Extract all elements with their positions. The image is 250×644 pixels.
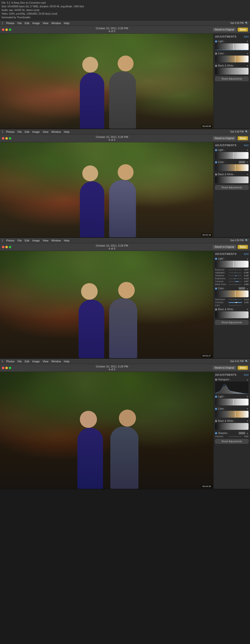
light-expand-2[interactable]: ▼ [246,149,248,151]
bw-section-4: Black & White - ▼ [215,420,248,430]
shadows-slider-3[interactable]: Shadows 0.45 [215,274,248,277]
color-dot-3 [215,288,217,290]
apple-logo-icon-3[interactable]:  [2,238,3,242]
menu-image-3[interactable]: Image [32,239,40,242]
menu-photos-4[interactable]: Photos [6,360,15,363]
cast-slider-3[interactable]: Cast [215,304,248,306]
done-button-3[interactable]: Done [237,245,248,249]
revert-button-2[interactable]: Revert to Original [213,136,236,140]
revert-button-4[interactable]: Revert to Original [213,366,236,370]
bw-expand-1[interactable]: ▼ [246,64,248,67]
menu-view-2[interactable]: View [43,130,49,133]
close-btn-1[interactable] [2,28,5,31]
menu-view-1[interactable]: View [43,22,49,24]
light-expand-1[interactable]: ▼ [246,40,248,43]
bw-expand-3[interactable]: ▼ [246,308,248,311]
bw-expand-4[interactable]: ▼ [246,420,248,422]
highlights-label-3: Highlights [215,272,228,274]
sharpen-dot-4 [215,432,217,434]
done-button-2[interactable]: Done [237,136,248,140]
close-btn-2[interactable] [2,137,5,140]
menu-file-1[interactable]: File [17,22,22,24]
menu-view-3[interactable]: View [43,239,49,242]
done-button-1[interactable]: Done [237,28,248,32]
revert-button-1[interactable]: Revert to Original [213,28,236,32]
bw-expand-2[interactable]: ▼ [246,173,248,176]
menu-file-3[interactable]: File [17,239,22,242]
close-btn-3[interactable] [2,246,5,248]
menu-photos-1[interactable]: Photos [6,22,15,24]
menu-window-3[interactable]: Window [51,239,61,242]
menu-edit-3[interactable]: Edit [25,239,29,242]
menu-help-4[interactable]: Help [64,360,69,363]
brightness-slider-3[interactable]: Brightness -0.13 [215,277,248,280]
reset-btn-2[interactable]: Reset Adjustments [215,185,248,190]
color-expand-1[interactable]: ▼ [246,52,248,55]
menu-photos-2[interactable]: Photos [6,130,15,133]
minimize-btn-3[interactable] [5,246,8,248]
add-button-2[interactable]: Add [244,144,248,147]
exposure-slider-3[interactable]: Exposure 0.07 [215,268,248,271]
color-expand-4[interactable]: ▼ [246,408,248,410]
fullscreen-btn-2[interactable] [9,137,11,140]
menu-edit-2[interactable]: Edit [25,130,29,133]
intensity-slider-4[interactable]: Intensity 0.01 [215,435,248,438]
done-button-4[interactable]: Done [237,366,248,370]
reset-btn-1[interactable]: Reset Adjustments [215,76,248,81]
add-button-1[interactable]: Add [244,35,248,38]
fullscreen-btn-1[interactable] [9,28,11,31]
menu-window-1[interactable]: Window [51,22,61,24]
apple-logo-icon[interactable]:  [2,21,3,25]
fullscreen-btn-4[interactable] [9,367,11,369]
add-button-4[interactable]: Add [244,373,248,376]
menu-help-3[interactable]: Help [64,239,69,242]
menu-window-2[interactable]: Window [51,130,61,133]
sharpen-expand-4[interactable]: ▲ [246,432,248,434]
light-expand-3[interactable]: ▲ [246,258,248,260]
search-icon-4[interactable]: 🔍 [245,360,248,362]
search-icon-3[interactable]: 🔍 [245,239,248,242]
menu-file-4[interactable]: File [17,360,22,363]
fullscreen-btn-3[interactable] [9,246,11,248]
histogram-expand-4[interactable]: ▲ [246,378,248,381]
apple-logo-icon-2[interactable]:  [2,130,3,134]
search-icon-2[interactable]: 🔍 [245,130,248,133]
color-expand-3[interactable]: ▲ [246,287,248,290]
color-contrast-slider-3[interactable]: Contrast 0.43 [215,301,248,304]
light-section-1: Light - ▼ [215,40,248,51]
menu-help-1[interactable]: Help [64,22,69,24]
color-expand-2[interactable]: ▼ [246,161,248,164]
blackpoint-slider-3[interactable]: Black Point 0.04 [215,283,248,286]
menu-edit-1[interactable]: Edit [25,22,29,24]
content-1: 00:00:09 ADJUSTMENTS Add Light - ▼ [0,34,250,129]
menu-window-4[interactable]: Window [51,360,61,363]
close-btn-4[interactable] [2,367,5,369]
light-thumb-4 [215,399,248,406]
highlights-val-3: -0.06 [243,272,248,274]
minimize-btn-2[interactable] [5,137,8,140]
menu-edit-4[interactable]: Edit [25,360,29,363]
menu-photos-3[interactable]: Photos [6,239,15,242]
reset-btn-3[interactable]: Reset Adjustments [215,320,248,325]
menu-file-2[interactable]: File [17,130,22,133]
menu-view-4[interactable]: View [43,360,49,363]
menu-image-2[interactable]: Image [32,130,40,133]
menu-help-2[interactable]: Help [64,130,69,133]
apple-logo-icon-4[interactable]:  [2,360,3,363]
light-expand-4[interactable]: ▼ [246,396,248,398]
revert-button-3[interactable]: Revert to Original [213,245,236,249]
menu-image-4[interactable]: Image [32,360,40,363]
saturation-slider-3[interactable]: Saturation 0.13 [215,298,248,301]
reset-btn-4[interactable]: Reset Adjustments [215,439,248,444]
toolbar-4: October 10, 2011, 5:28 PM 4 of 5 Revert … [0,364,250,372]
search-icon-1[interactable]: 🔍 [245,22,248,24]
bw-title-3: Black & White - [218,308,245,311]
contrast-slider-3[interactable]: Contrast 0.97 [215,280,248,283]
minimize-btn-4[interactable] [5,367,8,369]
color-section-3: Color - AUTO ▲ Saturation 0.13 Contrast [215,287,248,306]
photo-date-2: October 10, 2011, 5:28 PM [96,136,128,138]
highlights-slider-3[interactable]: Highlights -0.06 [215,272,248,274]
menu-image-1[interactable]: Image [32,22,40,24]
add-button-3[interactable]: Add [244,252,248,255]
minimize-btn-1[interactable] [5,28,8,31]
